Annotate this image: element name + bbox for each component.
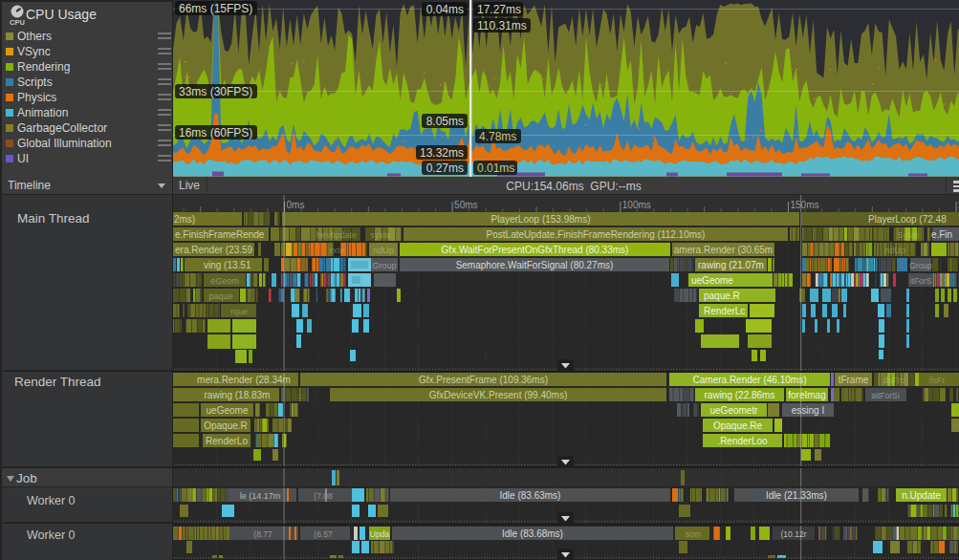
svg-text:PlayerLoop (72.48: PlayerLoop (72.48: [868, 214, 947, 225]
svg-text:66ms (15FPS): 66ms (15FPS): [179, 2, 252, 15]
svg-text:amera.Render (30.65m: amera.Render (30.65m: [674, 245, 773, 255]
svg-text:xxte: xxte: [329, 246, 345, 255]
svg-text:paque.R: paque.R: [704, 291, 740, 301]
svg-text:rawing (18.83m: rawing (18.83m: [205, 390, 271, 400]
svg-text:PostLateUpdate.FinishFrameRend: PostLateUpdate.FinishFrameRendering (112…: [487, 229, 706, 240]
svg-text:2ms): 2ms): [174, 214, 195, 225]
svg-text:Group: Group: [372, 261, 396, 270]
svg-text:13.32ms: 13.32ms: [420, 146, 464, 160]
svg-text:16ms (60FPS): 16ms (60FPS): [179, 126, 252, 140]
svg-text:CPU: CPU: [10, 18, 25, 26]
svg-text:Syste: Syste: [898, 230, 920, 240]
svg-text:150ms: 150ms: [791, 200, 819, 210]
svg-text:le (14.17m: le (14.17m: [240, 491, 281, 501]
svg-text:RenderLo: RenderLo: [206, 436, 248, 446]
svg-text:ilsFr: ilsFr: [929, 376, 946, 385]
svg-text:Group: Group: [909, 261, 932, 270]
svg-text:ndUp: ndUp: [884, 246, 905, 255]
svg-text:4.78ms: 4.78ms: [479, 130, 516, 143]
svg-text:eGeom: eGeom: [210, 276, 239, 286]
svg-text:.RenderLoo: .RenderLoo: [717, 436, 768, 446]
svg-text:17.27ms: 17.27ms: [477, 3, 521, 16]
svg-text:e.Fin: e.Fin: [931, 229, 952, 240]
svg-text:mera.Render (28.34m: mera.Render (28.34m: [197, 375, 291, 385]
svg-text:Gfx.PresentFrame (109.36ms): Gfx.PresentFrame (109.36ms): [419, 375, 548, 385]
svg-text:RenderLc: RenderLc: [704, 306, 745, 316]
svg-text:0.27ms: 0.27ms: [426, 162, 464, 175]
svg-text:dsFro: dsFro: [883, 376, 905, 385]
svg-text:0.01ms: 0.01ms: [477, 162, 514, 175]
svg-text:rque: rque: [230, 307, 248, 316]
svg-text:(6.57: (6.57: [314, 529, 333, 539]
svg-text:110.31ms: 110.31ms: [477, 19, 527, 32]
svg-text:Idle (83.63ms): Idle (83.63ms): [500, 490, 561, 501]
svg-text:hevbpdate: hevbpdate: [316, 230, 357, 240]
svg-text:rawing (22.86ms: rawing (22.86ms: [705, 390, 775, 400]
svg-text:syste: syste: [370, 230, 390, 240]
svg-text:8.05ms: 8.05ms: [426, 115, 464, 128]
svg-text:paque: paque: [208, 291, 232, 301]
svg-text:PlayerLoop (153.98ms): PlayerLoop (153.98ms): [491, 214, 591, 225]
svg-text:era.Render (23.59: era.Render (23.59: [175, 245, 253, 255]
svg-text:ving (13.51: ving (13.51: [204, 260, 251, 270]
svg-text:rawing (21.07m: rawing (21.07m: [698, 260, 764, 270]
svg-text:0.04ms: 0.04ms: [426, 3, 464, 16]
svg-text:50ms: 50ms: [454, 200, 477, 210]
svg-text:33ms (30FPS): 33ms (30FPS): [179, 85, 252, 98]
svg-text:tFrame: tFrame: [839, 375, 869, 385]
svg-text:essing I: essing I: [792, 405, 824, 416]
svg-text:som: som: [686, 529, 701, 539]
svg-text:(10.12r: (10.12r: [781, 529, 807, 539]
svg-text:::::: ::::: [297, 392, 306, 400]
svg-text:foreImag: foreImag: [788, 390, 825, 400]
svg-text:e.FinishFrameRende: e.FinishFrameRende: [175, 229, 265, 240]
svg-text:0ms: 0ms: [287, 200, 305, 210]
svg-text:Semaphore.WaitForSignal (80.27: Semaphore.WaitForSignal (80.27ms): [456, 260, 614, 270]
svg-text:Upda: Upda: [370, 529, 390, 539]
svg-text:Gfx.WaitForPresentOnGfxThread: Gfx.WaitForPresentOnGfxThread (80.33ms): [442, 245, 629, 255]
svg-text:Opaque.Re: Opaque.Re: [713, 420, 763, 431]
svg-text:Camera.Render (46.10ms): Camera.Render (46.10ms): [693, 375, 807, 385]
svg-text:ueGeometr: ueGeometr: [709, 405, 758, 416]
svg-text:100ms: 100ms: [622, 200, 651, 210]
svg-text:(7.08: (7.08: [314, 491, 333, 501]
svg-text:(8.77: (8.77: [253, 529, 272, 539]
svg-text:aitForSi: aitForSi: [871, 391, 899, 400]
svg-text:Idle (21.33ms): Idle (21.33ms): [766, 490, 827, 501]
svg-text:ueGeome: ueGeome: [691, 275, 733, 286]
svg-text:ueGeome: ueGeome: [207, 405, 249, 416]
svg-text:Idle (83.68ms): Idle (83.68ms): [502, 528, 563, 539]
svg-text:GfxDeviceVK.Present (99.40ms): GfxDeviceVK.Present (99.40ms): [429, 390, 568, 400]
svg-text:ndUp: ndUp: [373, 246, 394, 255]
svg-text:Opaque.R: Opaque.R: [204, 420, 248, 431]
svg-text:n.Update: n.Update: [902, 490, 941, 501]
svg-text:itForS: itForS: [910, 276, 932, 286]
